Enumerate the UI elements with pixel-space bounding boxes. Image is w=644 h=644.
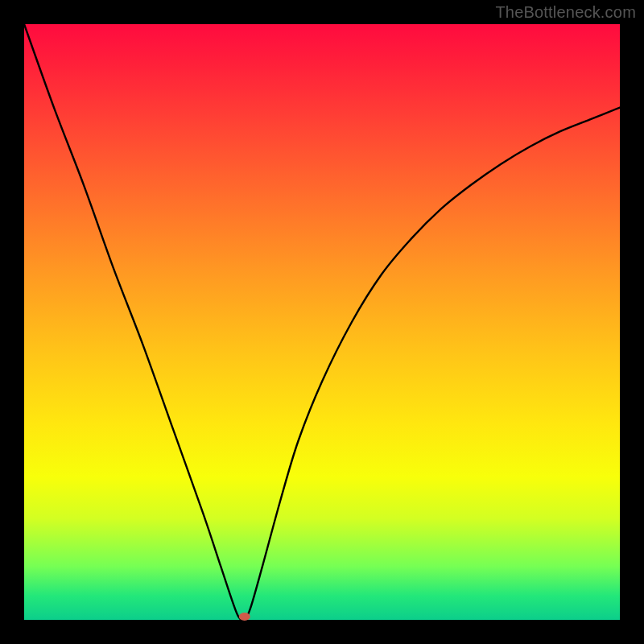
plot-area (24, 24, 620, 620)
watermark-text: TheBottleneck.com (495, 3, 636, 22)
curve-svg (24, 24, 620, 620)
chart-frame: TheBottleneck.com (0, 0, 644, 644)
minimum-marker (239, 613, 250, 621)
bottleneck-curve (24, 24, 620, 621)
